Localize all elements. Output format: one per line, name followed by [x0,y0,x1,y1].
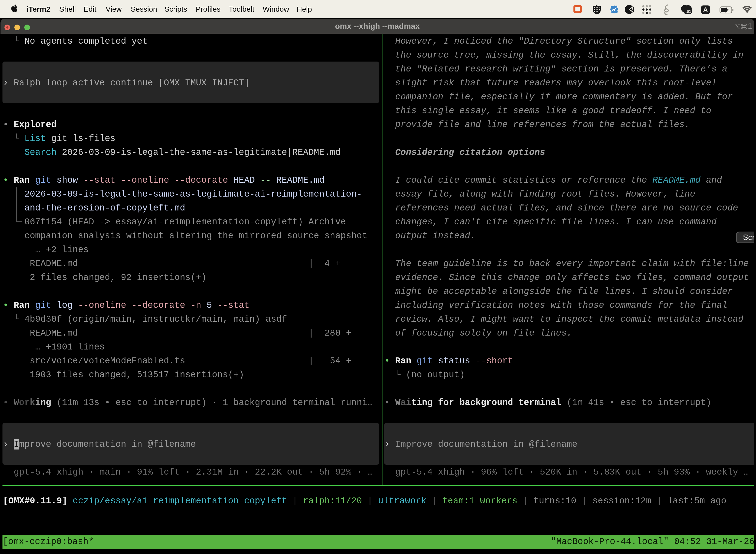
svg-text:..61: ..61 [685,9,691,14]
svg-text:A: A [703,6,708,13]
